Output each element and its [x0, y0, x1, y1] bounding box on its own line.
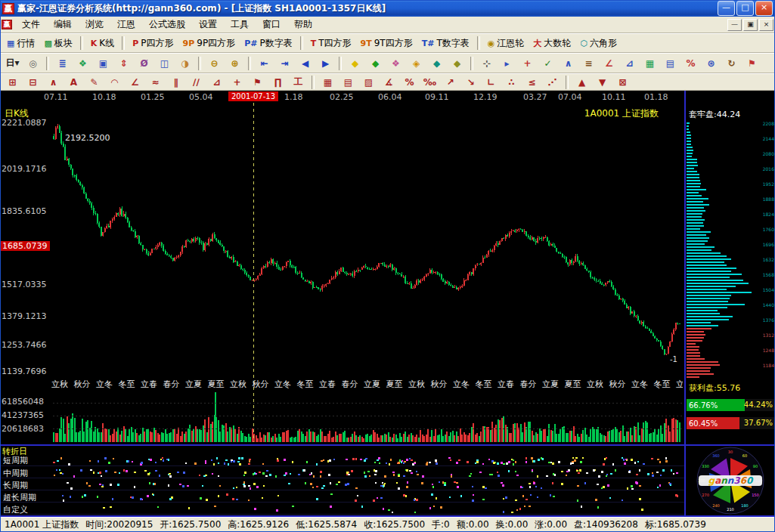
mdi-close-button[interactable]: × [759, 19, 773, 31]
triangle-ruler-icon[interactable]: ⊿ [206, 74, 227, 90]
overlay-icon[interactable]: ◫ [154, 55, 175, 71]
list-lines-icon[interactable]: ≣ [52, 55, 73, 71]
menu-item-2[interactable]: 浏览 [79, 17, 110, 32]
menu-item-1[interactable]: 编辑 [47, 17, 79, 32]
tri-up-icon[interactable]: ▲ [572, 74, 592, 90]
beam-icon[interactable]: 工 [288, 74, 308, 90]
zero-axis-icon[interactable]: Ø [134, 55, 154, 71]
fan-lines-icon[interactable]: ∡ [379, 74, 399, 90]
kline-button[interactable]: KK线 [86, 35, 119, 52]
svg-text:150: 150 [752, 493, 759, 497]
gann-wheel-label: 江恩轮 [497, 37, 524, 50]
p-square-button[interactable]: PP四方形 [128, 35, 178, 52]
tri-down-icon[interactable]: ▼ [592, 74, 612, 90]
grid-dense-icon[interactable]: ▦ [318, 74, 338, 90]
gann-wheel-button[interactable]: ◉江恩轮 [483, 35, 529, 52]
minimize-button[interactable]: — [718, 1, 735, 16]
menu-bar: 赢 文件编辑浏览江恩公式选股设置工具窗口帮助 — ▣ × [0, 17, 775, 33]
menu-item-8[interactable]: 帮助 [287, 17, 319, 32]
right-angle-icon[interactable]: ∟ [481, 74, 501, 90]
leq-line-icon[interactable]: ≤ [522, 74, 542, 90]
grid-shade-icon[interactable]: ▨ [358, 74, 379, 90]
diamond-outline-icon[interactable]: ◈ [406, 55, 426, 71]
diagonal-dots-icon[interactable]: ⋰ [542, 74, 563, 90]
crosshair-tool-icon[interactable]: + [227, 74, 247, 90]
t-square-button[interactable]: TT四方形 [306, 35, 356, 52]
mdi-restore-button[interactable]: ▣ [743, 19, 758, 31]
zoom-in-icon[interactable]: ⊕ [225, 55, 245, 71]
four-diamonds-icon[interactable]: ❖ [386, 55, 406, 71]
maximize-button[interactable]: □ [736, 1, 754, 16]
diamond-olive-icon[interactable]: ◆ [447, 55, 467, 71]
close-box-icon[interactable]: ⊠ [612, 74, 633, 90]
meter-icon[interactable]: ◑ [175, 55, 195, 71]
angle-line-icon[interactable]: ∠ [125, 74, 145, 90]
ray-up-icon[interactable]: ↗ [440, 74, 460, 90]
arc-icon[interactable]: ◠ [104, 74, 125, 90]
set-square-icon[interactable]: ⊿ [619, 55, 640, 71]
grid-rows-icon[interactable]: ▤ [338, 74, 358, 90]
first-bar-icon[interactable]: ⇤ [254, 55, 274, 71]
tile-windows-icon[interactable]: ▤ [660, 55, 680, 71]
chart-window-icon[interactable]: ▣ [93, 55, 113, 71]
ray-down-icon[interactable]: ↘ [460, 74, 481, 90]
pointer-tool-icon[interactable]: ▸ [497, 55, 517, 71]
menu-item-4[interactable]: 公式选股 [142, 17, 192, 32]
up-down-icon[interactable]: ⇕ [113, 55, 134, 71]
refresh-icon[interactable]: ↻ [721, 55, 742, 71]
quotes-button[interactable]: ▦行情 [2, 35, 39, 52]
big-number-wheel-button[interactable]: 大大数轮 [529, 35, 575, 52]
pencil-icon[interactable]: ✎ [84, 74, 104, 90]
angle-measure-icon[interactable]: ∠ [599, 55, 619, 71]
gann-grid-icon[interactable]: ⊞ [2, 74, 23, 90]
volume-axis-label-1: 41237365 [2, 410, 44, 420]
color-blocks-icon[interactable]: ❖ [73, 55, 93, 71]
wave-icon[interactable]: ≈ [145, 74, 166, 90]
menu-item-0[interactable]: 文件 [15, 17, 47, 32]
sectors-button[interactable]: ▩板块 [39, 35, 76, 52]
t-number-table-button[interactable]: T#T数字表 [417, 35, 474, 52]
pan-tool-icon[interactable]: ⊹ [476, 55, 497, 71]
mdi-minimize-button[interactable]: — [727, 19, 742, 31]
permille-lines-icon[interactable]: ‰ [420, 74, 440, 90]
compass-icon[interactable]: ◎ [23, 55, 43, 71]
menu-item-6[interactable]: 工具 [224, 17, 256, 32]
p-number-table-button[interactable]: P#P数字表 [240, 35, 297, 52]
period-selector-icon[interactable]: 日▾ [2, 55, 23, 71]
gate-icon[interactable]: ∏ [268, 74, 288, 90]
grid-view-icon[interactable]: ▦ [640, 55, 660, 71]
prev-bar-icon[interactable]: ◀ [295, 55, 315, 71]
percent-lines-icon[interactable]: % [399, 74, 420, 90]
gann-wheel-small-icon[interactable]: ⊛ [701, 55, 721, 71]
diamond-yellow-icon[interactable]: ◆ [345, 55, 365, 71]
close-button[interactable]: × [755, 1, 773, 16]
menu-item-3[interactable]: 江恩 [110, 17, 142, 32]
layers-icon[interactable]: ≡ [578, 55, 599, 71]
add-marker-icon[interactable]: + [517, 55, 538, 71]
diamond-green-icon[interactable]: ◆ [365, 55, 386, 71]
menu-item-5[interactable]: 设置 [192, 17, 224, 32]
flag-marker-icon[interactable]: ⚑ [247, 74, 268, 90]
peak-valley-icon[interactable]: ∧ [558, 55, 578, 71]
svg-text:270: 270 [702, 493, 709, 497]
zoom-out-icon[interactable]: ⊖ [204, 55, 225, 71]
diamond-teal-icon[interactable]: ◆ [426, 55, 447, 71]
price-axis-label-2: 1835.6105 [2, 206, 47, 216]
last-bar-icon[interactable]: ⇥ [274, 55, 295, 71]
check-tool-icon[interactable]: ✓ [538, 55, 558, 71]
flag-icon[interactable]: ⚑ [742, 55, 762, 71]
locked-chips-label: 套牢盘:44.24 [689, 109, 740, 120]
menu-item-7[interactable]: 窗口 [256, 17, 287, 32]
gann-box-icon[interactable]: ⊟ [23, 74, 43, 90]
nine-t-square-button[interactable]: 9T9T四方形 [356, 35, 417, 52]
parallel-lines-icon[interactable]: ∥ [166, 74, 186, 90]
next-bar-icon[interactable]: ▶ [315, 55, 336, 71]
channel-icon[interactable]: ∕∕ [186, 74, 206, 90]
trend-peak-icon[interactable]: ∧ [43, 74, 64, 90]
hexagon-button[interactable]: ⬡六角形 [575, 35, 622, 52]
percent-icon[interactable]: % [680, 55, 701, 71]
text-note-icon[interactable]: A [64, 74, 84, 90]
therefore-dots-icon[interactable]: ∴ [501, 74, 522, 90]
kline-chart[interactable] [0, 91, 684, 444]
nine-p-square-button[interactable]: 9P9P四方形 [178, 35, 240, 52]
